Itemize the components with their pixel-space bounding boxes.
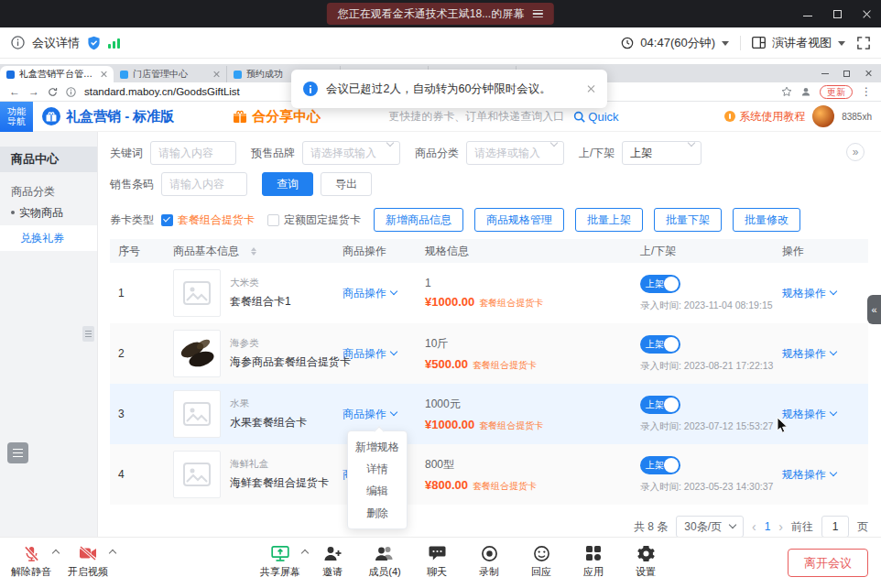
spec-manage-button[interactable]: 商品规格管理 xyxy=(474,208,564,232)
maximize-button[interactable] xyxy=(822,0,852,27)
share-screen-button[interactable]: 共享屏幕 xyxy=(260,544,300,579)
browser-tab-store-admin[interactable]: 门店管理中心 xyxy=(114,66,227,82)
product-action-link[interactable]: 商品操作 xyxy=(343,346,397,362)
checkbox-combo-card-label[interactable]: 套餐组合提货卡 xyxy=(178,212,255,228)
dropdown-item-add-spec[interactable]: 新增规格 xyxy=(348,436,407,458)
refresh-icon[interactable] xyxy=(48,87,58,97)
invite-button[interactable]: 邀请 xyxy=(312,544,353,579)
filter-expand-button[interactable]: » xyxy=(846,143,865,161)
batch-edit-button[interactable]: 批量修改 xyxy=(733,208,800,232)
prev-page-button[interactable]: ‹ xyxy=(752,519,756,534)
chat-button[interactable]: 聊天 xyxy=(417,544,457,579)
browser-minimize-button[interactable] xyxy=(821,73,829,74)
export-button[interactable]: 导出 xyxy=(321,172,372,196)
batch-on-shelf-button[interactable]: 批量上架 xyxy=(575,208,643,232)
sidebar-item-product-category[interactable]: 商品分类 xyxy=(0,181,97,201)
meeting-actions-group: 共享屏幕 邀请 成员(4) 聊天 录制 xyxy=(260,544,666,579)
apps-button[interactable]: 应用 xyxy=(573,544,614,579)
sidebar-item-physical-goods[interactable]: 实物商品 xyxy=(0,201,97,223)
header-product-info[interactable]: 商品基本信息 xyxy=(165,244,334,259)
browser-tab-gift-admin[interactable]: 礼盒营销平台管理中心 xyxy=(0,66,114,82)
tab-close-icon[interactable] xyxy=(212,71,220,78)
spec-action-link[interactable]: 规格操作 xyxy=(782,407,836,422)
tutorial-link[interactable]: 系统使用教程 xyxy=(724,109,805,125)
shelf-toggle[interactable]: 上架 xyxy=(640,396,680,414)
function-nav-button[interactable]: 功能 导航 xyxy=(0,102,33,132)
meeting-timer[interactable]: 04:47(60分钟) xyxy=(640,35,715,51)
sidebar-item-gift-coupons[interactable]: 兑换礼券 xyxy=(0,225,97,251)
product-action-link-open[interactable]: 商品操作 xyxy=(343,407,397,422)
shelf-toggle[interactable]: 上架 xyxy=(640,456,680,474)
start-video-button[interactable]: 开启视频 xyxy=(68,544,108,579)
keyword-input[interactable] xyxy=(150,141,236,165)
notification-text: 会议已超过2人，自动转为60分钟限时会议。 xyxy=(326,82,551,97)
category-select[interactable]: 请选择或输入 xyxy=(466,141,564,165)
sidebar-collapse-handle[interactable] xyxy=(82,326,94,342)
view-caret-icon[interactable] xyxy=(838,41,845,49)
browser-maximize-button[interactable] xyxy=(843,71,850,77)
page-size-select[interactable]: 30条/页 xyxy=(676,516,744,537)
meeting-list-toggle[interactable] xyxy=(7,442,28,463)
meeting-details-label[interactable]: 会议详情 xyxy=(32,35,80,51)
record-button[interactable]: 录制 xyxy=(469,544,509,579)
app-logo[interactable]: 礼盒营销 - 标准版 xyxy=(42,107,174,125)
members-button[interactable]: 成员(4) xyxy=(364,544,405,579)
browser-menu-icon[interactable]: ⋮ xyxy=(861,85,872,98)
table-row: 1 大米类 套餐组合卡1 商品操作 1 xyxy=(110,263,868,323)
banner-menu-icon[interactable] xyxy=(533,10,543,18)
notification-close-icon[interactable] xyxy=(586,84,595,93)
current-page[interactable]: 1 xyxy=(765,520,771,533)
url-text[interactable]: standard.maboy.cn/GoodsGiftList xyxy=(84,86,240,97)
panel-collapse-handle[interactable]: « xyxy=(867,295,881,324)
checkbox-fixed-card-label[interactable]: 定额固定提货卡 xyxy=(284,212,361,228)
leave-meeting-button[interactable]: 离开会议 xyxy=(788,549,868,577)
barcode-input[interactable] xyxy=(161,172,247,196)
goto-page-input[interactable] xyxy=(821,516,849,537)
tab-close-icon[interactable] xyxy=(100,71,107,78)
shelf-toggle[interactable]: 上架 xyxy=(640,275,680,293)
browser-close-button[interactable] xyxy=(865,70,872,77)
site-info-icon[interactable] xyxy=(66,87,76,97)
profile-icon[interactable] xyxy=(800,86,811,97)
forward-icon[interactable]: → xyxy=(28,85,39,98)
shelf-select[interactable]: 上架 xyxy=(622,141,702,165)
share-options-caret[interactable] xyxy=(301,550,309,557)
unmute-button[interactable]: 解除静音 xyxy=(11,544,51,579)
browser-update-button[interactable]: 更新 xyxy=(820,85,853,99)
mic-options-caret[interactable] xyxy=(52,550,60,557)
spec-action-link[interactable]: 规格操作 xyxy=(782,467,836,483)
search-button[interactable]: 查询 xyxy=(262,172,313,196)
fullscreen-icon[interactable] xyxy=(857,37,870,49)
sort-icon[interactable] xyxy=(251,247,256,256)
back-icon[interactable]: ← xyxy=(9,85,20,98)
info-icon xyxy=(11,36,25,49)
sidebar-section-product-center[interactable]: 商品中心 xyxy=(0,147,97,172)
user-avatar[interactable] xyxy=(812,105,834,127)
shelf-cell: 上架 录入时间: 2023-07-12 15:53:27 xyxy=(632,396,774,433)
toggle-knob xyxy=(664,397,679,412)
minimize-button[interactable] xyxy=(793,0,822,27)
add-product-button[interactable]: 新增商品信息 xyxy=(374,208,463,232)
camera-options-caret[interactable] xyxy=(109,550,116,557)
settings-button[interactable]: 设置 xyxy=(625,544,666,579)
product-action-link[interactable]: 商品操作 xyxy=(343,286,397,301)
dropdown-item-delete[interactable]: 删除 xyxy=(348,502,407,524)
checkbox-combo-card[interactable] xyxy=(161,214,173,226)
next-page-button[interactable]: › xyxy=(778,519,783,534)
batch-off-shelf-button[interactable]: 批量下架 xyxy=(654,208,722,232)
spec-action-link[interactable]: 规格操作 xyxy=(782,346,836,362)
bookmark-star-icon[interactable] xyxy=(781,86,792,97)
checkbox-fixed-card[interactable] xyxy=(267,214,279,226)
dropdown-item-detail[interactable]: 详情 xyxy=(348,458,407,480)
dropdown-item-edit[interactable]: 编辑 xyxy=(348,480,407,502)
reactions-button[interactable]: 回应 xyxy=(521,544,561,579)
timer-caret-icon[interactable] xyxy=(722,41,729,49)
brand-select[interactable]: 请选择或输入 xyxy=(302,141,400,165)
share-center-link[interactable]: 合分享中心 xyxy=(233,108,321,125)
shelf-toggle[interactable]: 上架 xyxy=(640,335,680,354)
view-mode-label[interactable]: 演讲者视图 xyxy=(772,35,832,51)
spec-action-link[interactable]: 规格操作 xyxy=(782,286,836,301)
close-button[interactable] xyxy=(852,0,881,27)
shield-icon[interactable] xyxy=(87,36,101,50)
quick-search-link[interactable]: Quick xyxy=(573,110,618,124)
